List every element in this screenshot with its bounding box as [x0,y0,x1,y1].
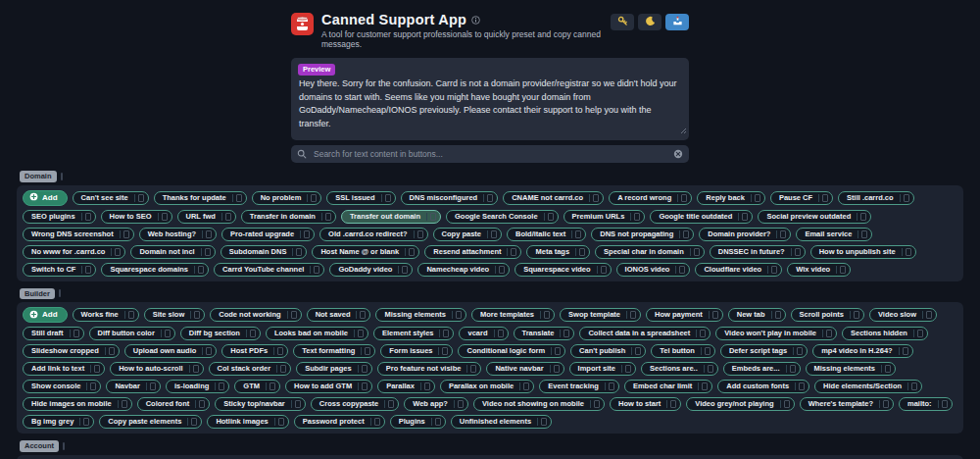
pill-edit-icon[interactable] [458,400,464,408]
resize-grip-icon[interactable] [680,121,687,138]
canned-button-hide-images-on-mobile[interactable]: Hide images on mobile [23,397,132,411]
pill-edit-icon[interactable] [385,194,391,202]
pill-edit-icon[interactable] [784,400,790,408]
pill-edit-icon[interactable] [304,230,310,238]
pill-edit-icon[interactable] [456,311,462,319]
pill-edit-icon[interactable] [601,266,607,274]
pill-edit-icon[interactable] [374,418,380,426]
pill-edit-icon[interactable] [555,347,561,355]
pill-edit-icon[interactable] [280,365,286,373]
pill-edit-icon[interactable] [854,311,859,319]
pill-edit-icon[interactable] [360,311,366,319]
canned-button-parallax[interactable]: Parallax [377,380,435,393]
edit-category-icon[interactable] [63,442,65,450]
pill-edit-icon[interactable] [885,365,891,373]
pill-edit-icon[interactable] [219,382,224,390]
pill-edit-icon[interactable] [548,213,554,221]
pill-edit-icon[interactable] [544,311,550,319]
canned-button-seo-plugins[interactable]: SEO plugins [23,210,96,224]
canned-button-tel-button[interactable]: Tel button [651,344,715,358]
canned-button-copy-paste[interactable]: Copy paste [433,228,502,241]
pill-edit-icon[interactable] [194,311,200,319]
canned-button-still-draft[interactable]: Still draft [23,327,84,340]
pill-edit-icon[interactable] [826,330,832,337]
pill-edit-icon[interactable] [771,266,777,274]
canned-button-google-search-console[interactable]: Google Search Console [446,210,559,224]
canned-button-add-link-to-text[interactable]: Add link to text [23,362,105,376]
pill-edit-icon[interactable] [193,365,199,373]
pill-edit-icon[interactable] [679,266,685,274]
canned-button-web-hosting[interactable]: Web hosting? [139,228,217,241]
canned-button-sections-hidden[interactable]: Sections hidden [842,327,928,340]
pill-edit-icon[interactable] [712,311,718,319]
pill-edit-icon[interactable] [799,382,805,390]
canned-button-google-title-outdated[interactable]: Google title outdated [650,210,753,224]
pill-edit-icon[interactable] [683,230,689,238]
pill-edit-icon[interactable] [165,330,171,337]
canned-button-subdomain-dns[interactable]: Subdomain DNS [220,245,308,259]
canned-button-form-issues[interactable]: Form issues [380,344,453,358]
canned-button-bg-img-grey[interactable]: Bg img grey [23,415,94,429]
add-button-domain[interactable]: Add [23,190,68,206]
canned-button-show-console[interactable]: Show console [23,380,101,393]
pill-edit-icon[interactable] [491,230,497,238]
canned-button-how-to-add-gtm[interactable]: How to add GTM [285,380,372,393]
canned-button-still-carrd-co[interactable]: Still .carrd.co [838,191,914,205]
pill-edit-icon[interactable] [903,347,908,355]
canned-button-godaddy-video[interactable]: GoDaddy video [329,263,413,277]
edit-category-icon[interactable] [61,173,63,180]
canned-button-hide-elements-section[interactable]: Hide elements/Section [814,380,922,393]
canned-button-social-preview-outdated[interactable]: Social preview outdated [758,210,871,224]
pill-edit-icon[interactable] [700,330,706,337]
pill-edit-icon[interactable] [199,400,205,408]
canned-button-pause-cf[interactable]: Pause CF [770,191,833,205]
canned-button-ionos-video[interactable]: IONOS video [616,263,691,277]
canned-button-how-to-seo[interactable]: How to SEO [101,210,172,224]
canned-button-gtm[interactable]: GTM [234,380,280,393]
pill-edit-icon[interactable] [942,400,948,408]
canned-button-sticky-top-navbar[interactable]: Sticky top/navbar [215,397,306,411]
canned-button-domain-not-incl[interactable]: Domain not incl [130,245,215,259]
pill-edit-icon[interactable] [138,194,144,202]
canned-button-unfinished-elements[interactable]: Unfinished elements [451,415,552,429]
canned-button-event-tracking[interactable]: Event tracking [539,380,619,393]
add-button-builder[interactable]: Add [23,307,68,323]
canned-button-host-name-or-blank[interactable]: Host Name @ or blank [312,245,419,259]
pill-edit-icon[interactable] [564,330,569,337]
canned-button-domain-provider[interactable]: Domain provider? [699,228,791,241]
pill-edit-icon[interactable] [409,248,415,256]
canned-button-video-slow[interactable]: Video slow [869,308,937,322]
pill-edit-icon[interactable] [705,347,710,355]
pill-edit-icon[interactable] [708,365,713,373]
pill-edit-icon[interactable] [780,230,786,238]
theme-toggle-button[interactable] [638,14,662,30]
pill-edit-icon[interactable] [499,266,505,274]
pill-edit-icon[interactable] [296,248,302,256]
pill-edit-icon[interactable] [198,266,204,274]
pill-edit-icon[interactable] [295,400,301,408]
pill-edit-icon[interactable] [523,382,529,390]
canned-button-url-fwd[interactable]: URL fwd [177,210,236,224]
canned-button-web-app[interactable]: Web app? [404,397,468,411]
pill-edit-icon[interactable] [911,382,917,390]
pill-edit-icon[interactable] [625,365,631,373]
canned-button-site-slow[interactable]: Site slow [144,308,206,322]
canned-button-premium-urls[interactable]: Premium URLs [564,210,646,224]
pill-edit-icon[interactable] [311,194,317,202]
pill-edit-icon[interactable] [191,418,197,426]
pill-edit-icon[interactable] [797,347,803,355]
canned-button-code-not-working[interactable]: Code not working [210,308,301,322]
pill-edit-icon[interactable] [362,365,368,373]
pill-edit-icon[interactable] [790,365,796,373]
pill-edit-icon[interactable] [609,382,614,390]
pill-edit-icon[interactable] [162,213,168,221]
canned-button-can-t-see-site[interactable]: Can't see site [73,191,149,205]
pill-edit-icon[interactable] [325,213,331,221]
canned-button-element-styles[interactable]: Element styles [373,327,455,340]
pill-edit-icon[interactable] [424,382,430,390]
pill-edit-icon[interactable] [775,311,781,319]
canned-button-col-stack-order[interactable]: Col stack order [209,362,292,376]
pill-edit-icon[interactable] [470,365,476,373]
pill-edit-icon[interactable] [634,213,640,221]
canned-button-colored-font[interactable]: Colored font [137,397,211,411]
